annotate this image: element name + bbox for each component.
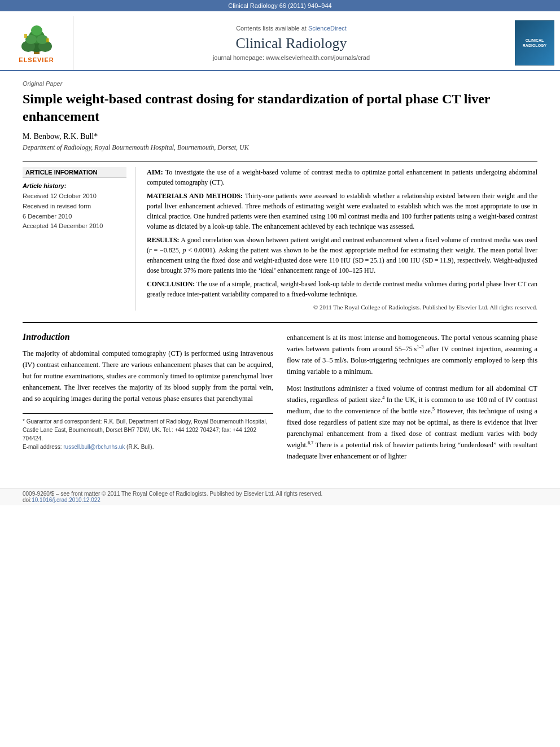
doi-link[interactable]: 10.1016/j.crad.2010.12.022 xyxy=(32,497,100,503)
abstract-copyright: © 2011 The Royal College of Radiologists… xyxy=(147,304,537,311)
journal-logo-text: CLINICAL RADIOLOGY xyxy=(523,38,546,48)
article-history-label: Article history: xyxy=(23,182,126,189)
paper-title: Simple weight-based contrast dosing for … xyxy=(23,90,537,125)
intro-heading: Introduction xyxy=(23,332,273,342)
science-direct-line: Contents lists available at ScienceDirec… xyxy=(236,25,347,32)
journal-citation: Clinical Radiology 66 (2011) 940–944 xyxy=(228,2,331,9)
journal-header: ELSEVIER Contents lists available at Sci… xyxy=(0,11,560,71)
section-divider xyxy=(23,322,537,323)
journal-logo: CLINICAL RADIOLOGY xyxy=(509,16,560,70)
doi-label: doi: xyxy=(23,497,32,503)
body-two-col: Introduction The majority of abdominal c… xyxy=(23,332,537,468)
journal-logo-box: CLINICAL RADIOLOGY xyxy=(515,20,554,65)
footnote-email: E-mail address: russell.bull@rbch.nhs.uk… xyxy=(23,443,273,451)
intro-right-col: enhancement is at its most intense and h… xyxy=(287,332,537,468)
abstract-aim: AIM: To investigate the use of a weight-… xyxy=(147,167,537,187)
authors: M. Benbow, R.K. Bull* xyxy=(23,132,537,141)
journal-citation-bar: Clinical Radiology 66 (2011) 940–944 xyxy=(0,0,560,11)
article-info-panel: ARTICLE INFORMATION Article history: Rec… xyxy=(23,167,135,311)
article-history-received: Received 12 October 2010 Received in rev… xyxy=(23,191,126,231)
affiliation: Department of Radiology, Royal Bournemou… xyxy=(23,143,537,152)
article-info-title: ARTICLE INFORMATION xyxy=(23,167,126,178)
abstract-methods: MATERIALS AND METHODS: Thirty-one patien… xyxy=(147,191,537,231)
journal-center: Contents lists available at ScienceDirec… xyxy=(73,16,509,70)
article-info-abstract-section: ARTICLE INFORMATION Article history: Rec… xyxy=(23,161,537,311)
intro-paragraph-1: The majority of abdominal computed tomog… xyxy=(23,348,273,404)
bottom-bar: 0009-9260/$ – see front matter © 2011 Th… xyxy=(0,488,560,505)
svg-point-7 xyxy=(31,25,42,36)
issn-line: 0009-9260/$ – see front matter © 2011 Th… xyxy=(23,491,322,497)
abstract-conclusion: CONCLUSION: The use of a simple, practic… xyxy=(147,279,537,299)
abstract-results: RESULTS: A good correlation was shown be… xyxy=(147,235,537,276)
elsevier-logo: ELSEVIER xyxy=(0,16,73,70)
footnote-email-link[interactable]: russell.bull@rbch.nhs.uk xyxy=(63,444,125,450)
intro-right-p2: Most institutions administer a fixed vol… xyxy=(287,383,537,462)
intro-right-p1: enhancement is at its most intense and h… xyxy=(287,332,537,377)
footnote-asterisk: * Guarantor and correspondent: R.K. Bull… xyxy=(23,417,273,443)
svg-rect-9 xyxy=(46,38,49,42)
elsevier-tree-icon xyxy=(14,23,59,56)
svg-rect-8 xyxy=(24,34,27,38)
elsevier-brand-label: ELSEVIER xyxy=(19,56,54,63)
journal-title: Clinical Radiology xyxy=(235,35,347,52)
intro-left-col: Introduction The majority of abdominal c… xyxy=(23,332,273,468)
section-label: Original Paper xyxy=(23,80,537,87)
journal-homepage: journal homepage: www.elsevierhealth.com… xyxy=(213,54,370,61)
abstract-panel: AIM: To investigate the use of a weight-… xyxy=(147,167,537,311)
main-content: Original Paper Simple weight-based contr… xyxy=(0,71,560,477)
science-direct-link[interactable]: ScienceDirect xyxy=(308,25,347,32)
footnote-area: * Guarantor and correspondent: R.K. Bull… xyxy=(23,413,273,451)
